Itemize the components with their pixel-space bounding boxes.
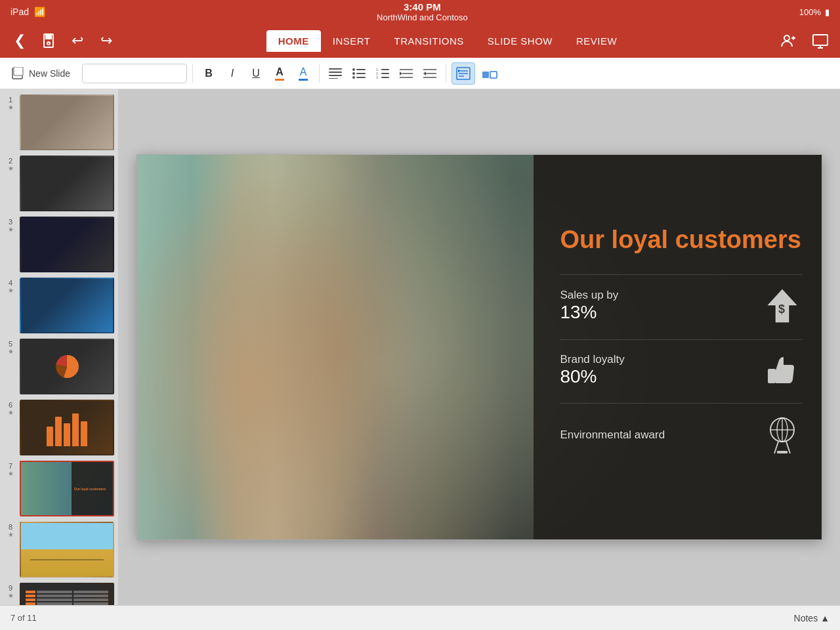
slide-thumbnail[interactable]: [20, 217, 114, 272]
textbox-button[interactable]: [452, 62, 475, 85]
status-center: 3:40 PM NorthWind and Contoso: [377, 1, 468, 22]
svg-rect-6: [813, 35, 828, 45]
slide-right-panel: Our loyal customers Sales up by 13% $: [534, 155, 821, 539]
font-highlight-label: A: [300, 66, 307, 78]
slide-num: 5: [9, 340, 12, 348]
svg-rect-15: [329, 75, 342, 76]
svg-rect-24: [381, 69, 389, 70]
battery-icon: ▮: [825, 7, 830, 17]
slide-item-9[interactable]: 9★: [4, 583, 114, 605]
status-right: 100% ▮: [799, 7, 830, 17]
svg-rect-20: [356, 73, 366, 74]
stat-row-3: Environmental award: [560, 403, 801, 455]
svg-rect-51: [777, 451, 788, 453]
indent-out-button[interactable]: [396, 62, 417, 85]
stat-row-2: Brand loyalty 80%: [560, 339, 801, 388]
svg-rect-26: [381, 73, 389, 74]
slide-item-8[interactable]: 8★: [4, 522, 114, 578]
slide-item-1[interactable]: 1★: [4, 94, 114, 150]
tab-home[interactable]: HOME: [266, 30, 321, 52]
slide-thumbnail[interactable]: Our loyal customers: [20, 461, 114, 516]
tab-insert[interactable]: INSERT: [321, 30, 383, 52]
svg-rect-41: [490, 72, 497, 78]
stat-text-3: Environmental award: [560, 429, 762, 442]
new-slide-button[interactable]: New Slide: [5, 63, 77, 84]
slide-thumb-inner: [21, 157, 113, 210]
slide-thumbnail[interactable]: [20, 94, 114, 150]
main-area: 1★2★3★4★5★ 6★ 7★ Our loyal customers 8★9…: [0, 89, 840, 605]
redo-button[interactable]: ↪: [94, 29, 118, 52]
slide-item-3[interactable]: 3★: [4, 217, 114, 272]
slide-star: ★: [8, 531, 14, 538]
slide-num: 9: [9, 584, 12, 592]
slide-star: ★: [8, 165, 14, 172]
time-display: 3:40 PM: [404, 1, 441, 12]
nav-left: ❮ ↩ ↪: [8, 29, 118, 52]
slide-count: 7 of 11: [10, 613, 37, 623]
svg-rect-13: [329, 68, 342, 70]
italic-button[interactable]: I: [222, 62, 243, 85]
slide-thumbnail[interactable]: [20, 583, 114, 605]
notes-arrow-icon: ▲: [820, 613, 830, 623]
slide-thumb-inner: Our loyal customers: [21, 462, 113, 515]
slide-thumb-inner: [21, 96, 113, 149]
underline-button[interactable]: U: [245, 62, 266, 85]
tab-slideshow[interactable]: SLIDE SHOW: [476, 30, 564, 52]
numbered-button[interactable]: 1. 2. 3.: [372, 62, 393, 85]
status-bar: iPad 📶 3:40 PM NorthWind and Contoso 100…: [0, 0, 840, 24]
battery-percent: 100%: [799, 7, 821, 17]
svg-rect-18: [356, 69, 366, 70]
undo-button[interactable]: ↩: [66, 29, 89, 52]
tab-transitions[interactable]: TRANSITIONS: [383, 30, 476, 52]
svg-rect-44: [768, 369, 776, 383]
slide-thumbnail[interactable]: [20, 400, 114, 455]
slide-star: ★: [8, 287, 14, 294]
svg-point-17: [352, 68, 355, 71]
svg-text:3.: 3.: [376, 75, 379, 79]
slide-num: 8: [9, 523, 12, 531]
slide-name-input[interactable]: [82, 64, 187, 83]
back-button[interactable]: ❮: [8, 29, 32, 52]
notes-button[interactable]: Notes ▲: [794, 613, 830, 623]
device-label: iPad: [10, 7, 29, 17]
separator-1: [192, 64, 193, 83]
separator-3: [446, 64, 446, 83]
main-slide[interactable]: Our loyal customers Sales up by 13% $: [136, 154, 822, 540]
nav-right: [777, 29, 832, 52]
font-color-button[interactable]: A: [269, 62, 290, 85]
indent-in-button[interactable]: [419, 62, 440, 85]
slide-item-6[interactable]: 6★: [4, 400, 114, 455]
slide-num-col: 5★: [4, 339, 17, 355]
align-button[interactable]: [325, 62, 346, 85]
slide-num-col: 9★: [4, 583, 17, 599]
slide-item-4[interactable]: 4★: [4, 278, 114, 333]
slide-thumb-inner: [21, 279, 113, 332]
stat-text-2: Brand loyalty 80%: [560, 353, 762, 387]
canvas-area[interactable]: Our loyal customers Sales up by 13% $: [118, 89, 840, 605]
add-person-button[interactable]: [777, 29, 801, 52]
slide-num: 2: [9, 157, 12, 165]
slide-num: 4: [9, 279, 12, 287]
save-button[interactable]: [37, 29, 60, 52]
slide-item-5[interactable]: 5★: [4, 339, 114, 394]
slide-thumbnail[interactable]: [20, 522, 114, 578]
slide-star: ★: [8, 409, 14, 416]
slide-item-7[interactable]: 7★ Our loyal customers: [4, 461, 114, 516]
slide-thumbnail[interactable]: [20, 278, 114, 333]
bullets-button[interactable]: [348, 62, 369, 85]
bold-button[interactable]: B: [198, 62, 219, 85]
shape-button[interactable]: [478, 62, 501, 85]
svg-rect-16: [329, 78, 338, 79]
slide-num: 1: [9, 96, 12, 104]
slide-item-2[interactable]: 2★: [4, 156, 114, 211]
font-highlight-button[interactable]: A: [293, 62, 314, 85]
slide-num-col: 3★: [4, 217, 17, 233]
tab-review[interactable]: REVIEW: [564, 30, 629, 52]
slide-panel: 1★2★3★4★5★ 6★ 7★ Our loyal customers 8★9…: [0, 89, 118, 605]
slide-thumbnail[interactable]: [20, 156, 114, 211]
slide-thumbnail[interactable]: [20, 339, 114, 394]
slide-num-col: 8★: [4, 522, 17, 538]
svg-rect-1: [46, 34, 51, 39]
presentation-button[interactable]: [808, 29, 832, 52]
font-color-label: A: [276, 66, 284, 78]
